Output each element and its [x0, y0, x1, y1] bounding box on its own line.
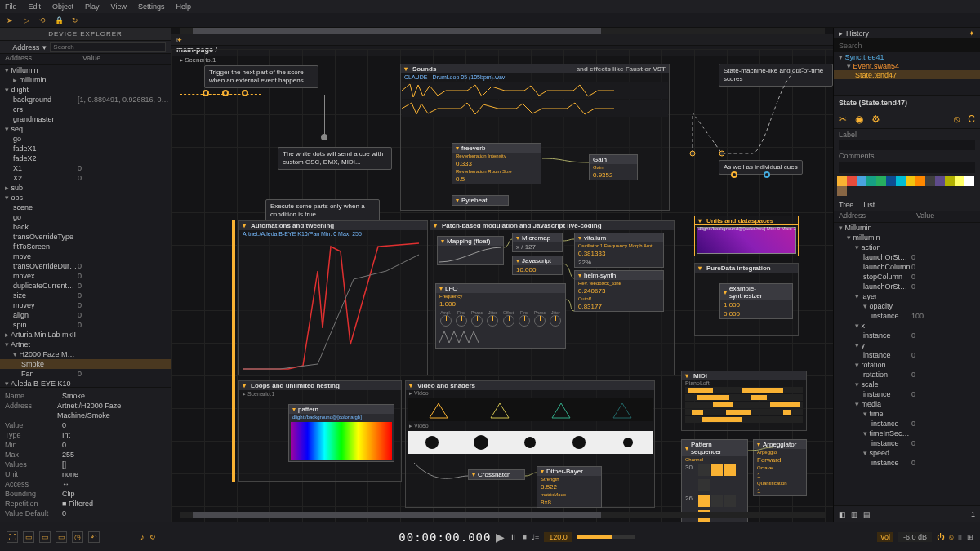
nested-pattern[interactable]: pattern dlight:/background@[color.argb]: [288, 404, 394, 462]
knob-fine[interactable]: Fine: [518, 310, 530, 327]
tree-row[interactable]: Fan0: [0, 369, 171, 379]
param-value[interactable]: 0.522: [541, 483, 557, 491]
param-value[interactable]: Forward: [757, 456, 781, 464]
tree-row[interactable]: movex0: [0, 271, 171, 281]
tree-row[interactable]: scale: [834, 380, 980, 389]
palette-swatch[interactable]: [935, 176, 945, 186]
menu-play[interactable]: Play: [85, 2, 100, 11]
tab-tree[interactable]: Tree: [839, 201, 853, 209]
tree-row[interactable]: A.leda B-EYE K10: [0, 379, 171, 387]
tree-row[interactable]: speed: [834, 448, 980, 458]
video-track-2[interactable]: Video: [414, 423, 429, 429]
cue-dot[interactable]: [203, 90, 209, 96]
undo-icon[interactable]: ↶: [88, 531, 100, 543]
panel1-icon[interactable]: ▭: [23, 531, 34, 543]
cue-marker[interactable]: [731, 171, 737, 178]
pointer-icon[interactable]: ➤: [5, 16, 15, 25]
lock-icon[interactable]: 🔒: [54, 16, 64, 25]
tree-row[interactable]: X20: [0, 173, 171, 183]
palette-swatch[interactable]: [886, 176, 896, 186]
box-midi[interactable]: MIDI PianoLoft: [681, 371, 807, 431]
param-value[interactable]: 0.000: [724, 310, 740, 318]
box-automations[interactable]: Automations and tweening Artnet:/A.leda …: [238, 220, 428, 375]
node-javascript[interactable]: Javascript 10.000: [512, 256, 563, 275]
box-loops[interactable]: Loops and unlimited nesting ▸ Scenario.1…: [238, 380, 402, 482]
palette-swatch[interactable]: [896, 176, 906, 186]
tree-row[interactable]: background[1, 0.889491, 0.926816, 0.2312…: [0, 95, 171, 104]
box-patch[interactable]: Patch-based modulation and Javascript li…: [430, 220, 675, 375]
inspector-tree[interactable]: MilluminmilluminactionlaunchOrStopColumn…: [834, 223, 980, 505]
param-value[interactable]: 0.381333: [578, 250, 605, 257]
horizontal-scrollbar-bottom[interactable]: [180, 512, 825, 518]
tree-row[interactable]: instance0: [834, 389, 980, 399]
node-example-synth[interactable]: example-synthesizer 1.000 0.000: [719, 283, 793, 319]
palette-swatch[interactable]: [906, 176, 915, 186]
fullscreen-icon[interactable]: ⛶: [7, 531, 18, 543]
param-value[interactable]: 0.5: [456, 176, 465, 183]
tab-list[interactable]: List: [863, 201, 875, 209]
menu-object[interactable]: Object: [52, 2, 74, 11]
grid-icon[interactable]: ⊞: [967, 533, 973, 541]
node-lfo[interactable]: LFO Frequency 1.000 Ampl.FinePhaseJitter…: [435, 283, 566, 349]
tree-row[interactable]: align0: [0, 310, 171, 320]
tree-row[interactable]: dlight: [0, 85, 171, 95]
tree-row[interactable]: Smoke: [0, 359, 171, 369]
tree-row[interactable]: rotation0: [834, 370, 980, 380]
tree-row[interactable]: launchOrStopColumn0: [834, 252, 980, 262]
knob-fine[interactable]: Fine: [455, 310, 467, 327]
tree-row[interactable]: rotation: [834, 360, 980, 370]
volume-value[interactable]: -6.0 dB: [898, 532, 932, 542]
waveform[interactable]: [402, 100, 668, 117]
dock-left-icon[interactable]: ◧: [839, 510, 846, 518]
video-thumbnails[interactable]: [408, 431, 653, 454]
palette-swatch[interactable]: [857, 176, 866, 186]
tree-row[interactable]: layer: [834, 291, 980, 301]
node-vitalium[interactable]: vitalium Oscillator 1 Frequency Morph Am…: [574, 233, 664, 268]
tree-row[interactable]: x: [834, 321, 980, 331]
palette-swatch[interactable]: [964, 176, 974, 186]
loop-toggle-icon[interactable]: ↻: [149, 533, 156, 541]
tree-row[interactable]: Millumin: [834, 223, 980, 233]
play-button[interactable]: ▶: [496, 531, 505, 544]
palette-swatch[interactable]: [915, 176, 925, 186]
tree-row[interactable]: millumin: [834, 233, 980, 242]
tree-row[interactable]: instance0: [834, 350, 980, 360]
tree-row[interactable]: seq: [0, 124, 171, 134]
param-value[interactable]: 0.333: [456, 160, 472, 167]
tree-row[interactable]: instance0: [834, 419, 980, 429]
panel2-icon[interactable]: ▭: [39, 531, 51, 543]
rewind-icon[interactable]: ⟲: [38, 16, 47, 25]
menu-file[interactable]: File: [5, 2, 17, 11]
tree-row[interactable]: spin0: [0, 320, 171, 330]
tree-row[interactable]: Event.swan54: [834, 61, 980, 70]
interval-bar[interactable]: [232, 220, 235, 482]
collapse-icon[interactable]: ▸: [839, 29, 843, 38]
box-sounds[interactable]: Sounds and effects like Faust or VST CLA…: [400, 64, 670, 211]
tree-row[interactable]: time: [834, 409, 980, 419]
knob-ampl.[interactable]: Ampl.: [439, 310, 452, 327]
camera-icon[interactable]: ◉: [855, 113, 863, 125]
node-dither[interactable]: Dither-Bayer Strength 0.522 matrixMode 8…: [537, 466, 602, 508]
expand-icon[interactable]: ▾: [42, 43, 47, 51]
tree-row[interactable]: launchColumn0: [834, 262, 980, 272]
tree-row[interactable]: Millumin: [0, 65, 171, 75]
cue-dot[interactable]: [242, 90, 248, 96]
node-freeverb[interactable]: freeverb Reverberation Intensity 0.333 R…: [452, 143, 541, 184]
tree-row[interactable]: fadeX1: [0, 144, 171, 153]
tree-row[interactable]: instance100: [834, 311, 980, 321]
tree-row[interactable]: grandmaster: [0, 114, 171, 124]
param-value[interactable]: 0.83177: [578, 303, 602, 310]
tree-row[interactable]: media: [834, 399, 980, 409]
knob-phase[interactable]: Phase: [534, 310, 546, 327]
param-value[interactable]: 1.000: [724, 301, 740, 309]
node-crosshatch[interactable]: Crosshatch: [468, 469, 525, 480]
tree-row[interactable]: millumin: [0, 75, 171, 85]
tree-row[interactable]: scene: [0, 202, 171, 212]
dock-splith-icon[interactable]: ▥: [851, 510, 858, 518]
param-value[interactable]: 0.9352: [593, 171, 612, 179]
history-tree[interactable]: Sync.tree41Event.swan54State.tend47: [834, 52, 980, 95]
pause-button[interactable]: ⏸: [510, 533, 517, 541]
tree-row[interactable]: State.tend47: [834, 70, 980, 79]
palette-swatch[interactable]: [945, 176, 955, 186]
tree-row[interactable]: back: [0, 222, 171, 232]
